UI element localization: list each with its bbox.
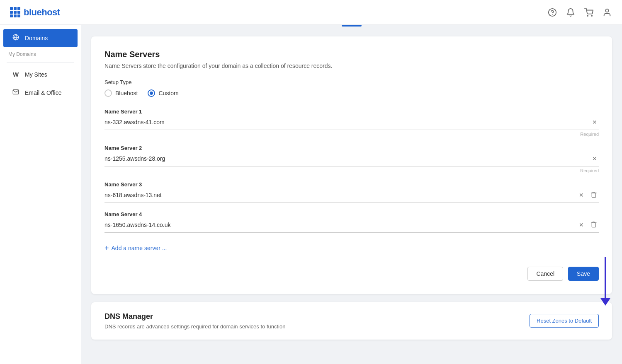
brand-area: bluehost <box>10 7 60 18</box>
name-server-2-row: ✕ <box>104 154 599 166</box>
main-content: Name Servers Name Servers store the conf… <box>81 27 622 350</box>
my-domains-link[interactable]: My Domains <box>0 48 81 59</box>
name-server-1-clear-icon[interactable]: ✕ <box>590 118 599 126</box>
radio-custom-circle[interactable] <box>148 89 155 97</box>
help-icon[interactable] <box>547 7 557 17</box>
setup-type-label: Setup Type <box>104 79 599 85</box>
cancel-button[interactable]: Cancel <box>527 267 563 281</box>
svg-point-3 <box>591 15 592 16</box>
name-server-2-label: Name Server 2 <box>104 145 599 151</box>
setup-type-radio-group: Bluehost Custom <box>104 89 599 97</box>
name-server-4-label: Name Server 4 <box>104 211 599 217</box>
radio-bluehost[interactable]: Bluehost <box>104 89 138 97</box>
name-server-3-clear-icon[interactable]: ✕ <box>577 191 586 199</box>
name-server-1-label: Name Server 1 <box>104 108 599 115</box>
sidebar-divider <box>7 62 74 63</box>
bell-icon[interactable] <box>566 7 576 17</box>
sidebar-item-email-office[interactable]: Email & Office <box>3 84 78 102</box>
sidebar-item-my-sites[interactable]: W My Sites <box>3 66 78 83</box>
radio-custom-label: Custom <box>158 90 178 96</box>
card-description: Name Servers store the configuration of … <box>104 63 599 69</box>
name-server-2-required: Required <box>104 168 599 173</box>
name-server-3-delete-icon[interactable] <box>589 190 599 200</box>
name-server-3-input[interactable] <box>104 190 574 200</box>
top-navigation: bluehost <box>0 0 622 25</box>
dns-manager-title: DNS Manager <box>104 312 520 321</box>
name-server-4-group: Name Server 4 ✕ <box>104 211 599 233</box>
name-server-1-row: ✕ <box>104 117 599 130</box>
name-server-3-label: Name Server 3 <box>104 181 599 188</box>
name-server-2-input[interactable] <box>104 154 587 164</box>
radio-custom[interactable]: Custom <box>148 89 178 97</box>
sidebar-item-email-office-label: Email & Office <box>25 89 61 96</box>
wordpress-icon: W <box>12 71 20 78</box>
sidebar-item-domains-label: Domains <box>25 35 48 41</box>
email-icon <box>12 89 20 97</box>
name-server-4-delete-icon[interactable] <box>589 220 599 230</box>
dns-card-content: DNS Manager DNS records are advanced set… <box>104 312 520 330</box>
add-name-server-label: Add a name server ... <box>112 245 167 251</box>
name-server-2-clear-icon[interactable]: ✕ <box>590 154 599 163</box>
dns-manager-card: DNS Manager DNS records are advanced set… <box>91 302 612 340</box>
name-server-3-group: Name Server 3 ✕ <box>104 181 599 203</box>
name-server-4-clear-icon[interactable]: ✕ <box>577 221 586 229</box>
svg-point-2 <box>587 15 588 16</box>
save-button[interactable]: Save <box>568 267 599 281</box>
sidebar-item-my-sites-label: My Sites <box>25 71 47 78</box>
name-server-4-row: ✕ <box>104 220 599 233</box>
radio-bluehost-circle[interactable] <box>104 89 112 97</box>
tab-indicator <box>342 25 362 27</box>
brand-grid-icon <box>10 7 20 17</box>
card-actions: Cancel Save <box>104 267 599 281</box>
brand-name: bluehost <box>24 7 60 18</box>
radio-bluehost-label: Bluehost <box>115 90 138 96</box>
name-server-1-group: Name Server 1 ✕ Required <box>104 108 599 137</box>
top-nav-icons <box>547 7 612 17</box>
name-servers-card: Name Servers Name Servers store the conf… <box>91 36 612 294</box>
domains-icon <box>12 34 20 42</box>
sidebar-item-domains[interactable]: Domains <box>3 29 78 47</box>
main-wrapper: Name Servers Name Servers store the conf… <box>81 25 622 364</box>
name-server-1-required: Required <box>104 132 599 137</box>
cart-icon[interactable] <box>584 7 594 17</box>
dns-manager-description: DNS records are advanced settings requir… <box>104 323 353 330</box>
reset-zones-button[interactable]: Reset Zones to Default <box>530 314 599 328</box>
name-server-3-row: ✕ <box>104 190 599 203</box>
svg-point-4 <box>605 9 608 12</box>
add-icon: + <box>104 244 109 252</box>
layout: Domains My Domains W My Sites Email & Of… <box>0 25 622 364</box>
name-server-2-group: Name Server 2 ✕ Required <box>104 145 599 173</box>
sidebar: Domains My Domains W My Sites Email & Of… <box>0 25 81 364</box>
user-icon[interactable] <box>602 7 612 17</box>
card-title: Name Servers <box>104 50 599 59</box>
name-server-1-input[interactable] <box>104 117 587 127</box>
name-server-4-input[interactable] <box>104 220 574 230</box>
add-name-server-button[interactable]: + Add a name server ... <box>104 241 599 255</box>
